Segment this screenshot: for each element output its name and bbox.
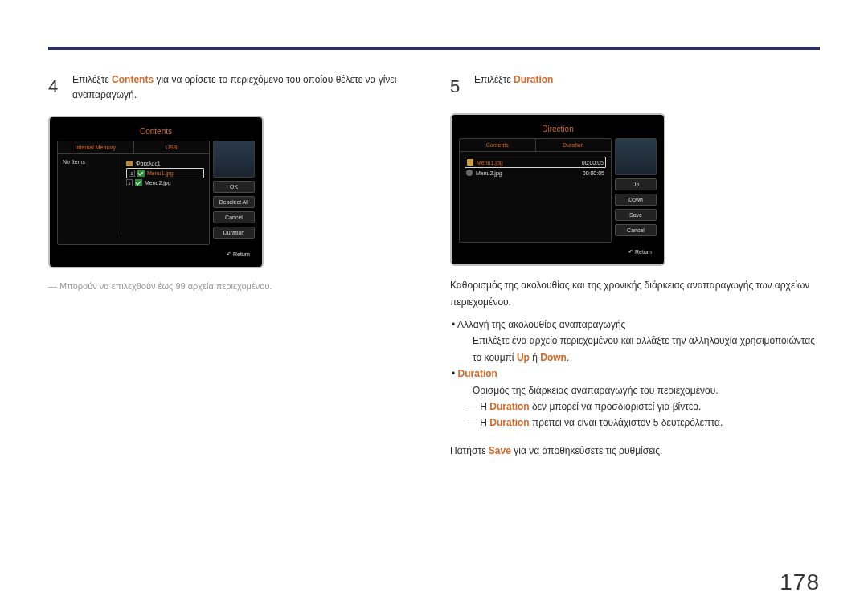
bullet-sub: Ορισμός της διάρκειας αναπαραγωγής του π… [461,382,820,398]
file-name: Menu2.jpg [476,170,502,176]
dash-item: Η Duration δεν μπορεί να προσδιοριστεί γ… [482,398,820,415]
t: Η [480,401,489,412]
file-name: Menu1.jpg [147,170,174,176]
file-name: Menu1.jpg [477,160,503,166]
bullet-sequence: Αλλαγή της ακολουθίας αναπαραγωγής Επιλέ… [461,317,820,366]
manual-page: 4 Επιλέξτε Contents για να ορίσετε το πε… [0,0,868,613]
folder-icon [126,161,133,166]
return-label[interactable]: Return [459,243,657,255]
save-paragraph: Πατήστε Save για να αποθηκεύσετε τις ρυθ… [450,443,820,459]
no-items-label: No Items [63,159,85,165]
screen-title: Contents [57,125,255,141]
left-column: 4 Επιλέξτε Contents για να ορίσετε το πε… [48,72,418,459]
preview-thumbnail [213,141,255,178]
duration-row-menu1[interactable]: Menu1.jpg 00:00:05 [465,157,606,168]
page-number: 178 [780,570,820,595]
step-number: 4 [48,72,63,100]
step4-footnote: Μπορούν να επιλεχθούν έως 99 αρχεία περι… [48,281,418,291]
folder-row[interactable]: Φάκελος1 [126,159,204,168]
contents-keyword: Contents [112,74,154,85]
index-badge: 2 [126,179,133,186]
bullet-title: Αλλαγή της ακολουθίας αναπαραγωγής [457,319,626,330]
bullet-sub: Επιλέξτε ένα αρχείο περιεχομένου και αλλ… [461,333,820,366]
contents-screenshot: Contents Internal Memory USB No Items [48,116,264,268]
duration-keyword: Duration [489,417,529,428]
screen-title: Direction [459,122,657,138]
image-icon [466,170,473,176]
duration-keyword: Duration [489,401,529,412]
or-text: ή [530,352,540,363]
step-5: 5 Επιλέξτε Duration [450,72,820,100]
bullet-list: Αλλαγή της ακολουθίας αναπαραγωγής Επιλέ… [450,317,820,431]
side-buttons: OK Deselect All Cancel Duration [213,141,255,245]
file-row-menu2[interactable]: 2 Menu2.jpg [126,178,204,187]
check-icon [137,170,145,177]
two-column-layout: 4 Επιλέξτε Contents για να ορίσετε το πε… [48,72,820,459]
step-text: Επιλέξτε Duration [474,72,553,88]
duration-keyword: Duration [514,74,553,85]
step5-text-a: Επιλέξτε [474,74,514,85]
dot: . [567,352,569,363]
cancel-button[interactable]: Cancel [213,211,255,223]
t: δεν μπορεί να προσδιοριστεί για βίντεο. [530,401,702,412]
t: Πατήστε [450,445,489,456]
image-icon [467,159,473,166]
direction-screenshot: Direction Contents Duration Menu1.jpg 00… [450,113,665,266]
deselect-all-button[interactable]: Deselect All [213,196,255,208]
return-label[interactable]: Return [57,245,255,258]
duration-row-menu2[interactable]: Menu2.jpg 00:00:05 [465,168,606,178]
up-button[interactable]: Up [615,178,657,190]
duration-button[interactable]: Duration [213,227,255,239]
ok-button[interactable]: OK [213,181,255,193]
duration-value: 00:00:05 [583,170,604,176]
direction-panel: Contents Duration Menu1.jpg 00:00:05 Men… [459,138,612,243]
right-column: 5 Επιλέξτε Duration Direction Contents D… [450,72,820,459]
tab-contents[interactable]: Contents [460,139,535,151]
side-buttons: Up Down Save Cancel [615,138,657,243]
internal-memory-pane: No Items [58,154,121,235]
tab-usb[interactable]: USB [133,141,210,153]
index-badge: 1 [129,170,135,177]
file-name: Menu2.jpg [145,180,171,186]
down-keyword: Down [540,352,567,363]
up-keyword: Up [517,352,530,363]
save-keyword: Save [489,445,511,456]
t: Η [480,417,489,428]
check-icon [135,179,142,186]
tab-internal-memory[interactable]: Internal Memory [58,141,133,153]
contents-panel: Internal Memory USB No Items [57,141,210,245]
save-button[interactable]: Save [615,209,657,221]
cancel-button[interactable]: Cancel [615,224,657,236]
tab-duration[interactable]: Duration [535,139,612,151]
dash-item: Η Duration πρέπει να είναι τουλάχιστον 5… [482,415,820,431]
file-row-menu1[interactable]: 1 Menu1.jpg [126,168,204,178]
usb-pane: Φάκελος1 1 Menu1.jpg 2 [121,154,209,235]
duration-value: 00:00:05 [582,160,604,166]
t: για να αποθηκεύσετε τις ρυθμίσεις. [511,445,662,456]
preview-thumbnail [615,138,657,175]
duration-keyword: Duration [458,368,497,379]
bullet-duration: Duration Ορισμός της διάρκειας αναπαραγω… [461,366,820,431]
step4-text-a: Επιλέξτε [72,74,112,85]
step-text: Επιλέξτε Contents για να ορίσετε το περι… [72,72,418,103]
t: πρέπει να είναι τουλάχιστον 5 δευτερόλεπ… [530,417,723,428]
step-number: 5 [450,72,465,100]
down-button[interactable]: Down [615,194,657,206]
step-4: 4 Επιλέξτε Contents για να ορίσετε το πε… [48,72,418,103]
header-divider [48,47,820,50]
description-paragraph: Καθορισμός της ακολουθίας και της χρονικ… [450,277,820,310]
folder-label: Φάκελος1 [136,161,161,166]
dash-list: Η Duration δεν μπορεί να προσδιοριστεί γ… [461,398,820,431]
